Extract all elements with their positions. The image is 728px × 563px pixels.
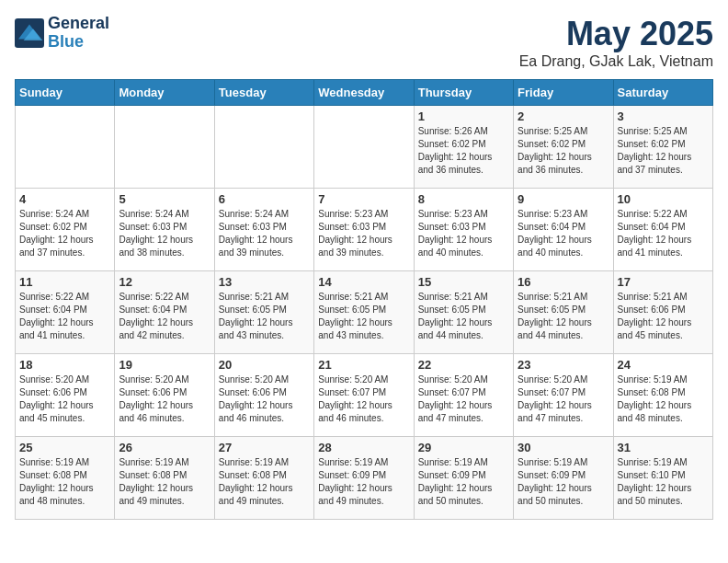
day-number: 4 [19,192,110,206]
day-info: Sunrise: 5:23 AM Sunset: 6:03 PM Dayligh… [418,208,509,259]
day-number: 24 [618,358,709,372]
calendar-cell: 22Sunrise: 5:20 AM Sunset: 6:07 PM Dayli… [414,354,513,437]
day-info: Sunrise: 5:20 AM Sunset: 6:07 PM Dayligh… [418,373,509,425]
day-info: Sunrise: 5:26 AM Sunset: 6:02 PM Dayligh… [418,125,509,177]
logo-line1: General [48,15,109,33]
calendar-cell: 7Sunrise: 5:23 AM Sunset: 6:03 PM Daylig… [314,189,414,271]
day-info: Sunrise: 5:24 AM Sunset: 6:02 PM Dayligh… [19,208,110,259]
calendar-cell: 19Sunrise: 5:20 AM Sunset: 6:06 PM Dayli… [115,354,214,437]
calendar-cell: 16Sunrise: 5:21 AM Sunset: 6:05 PM Dayli… [514,271,613,354]
calendar-cell: 10Sunrise: 5:22 AM Sunset: 6:04 PM Dayli… [613,189,712,271]
calendar-cell: 17Sunrise: 5:21 AM Sunset: 6:06 PM Dayli… [613,271,712,354]
logo: General Blue [15,15,109,52]
day-number: 29 [418,441,509,454]
day-number: 1 [418,109,509,123]
day-info: Sunrise: 5:19 AM Sunset: 6:09 PM Dayligh… [418,456,509,508]
day-info: Sunrise: 5:19 AM Sunset: 6:10 PM Dayligh… [618,456,709,508]
day-number: 17 [618,275,709,289]
calendar-cell: 28Sunrise: 5:19 AM Sunset: 6:09 PM Dayli… [314,437,414,520]
calendar-cell: 25Sunrise: 5:19 AM Sunset: 6:08 PM Dayli… [16,437,115,520]
logo-line2: Blue [48,33,109,52]
title-area: May 2025 Ea Drang, GJak Lak, Vietnam [519,15,713,70]
calendar-cell: 4Sunrise: 5:24 AM Sunset: 6:02 PM Daylig… [16,189,115,271]
calendar-cell: 13Sunrise: 5:21 AM Sunset: 6:05 PM Dayli… [214,271,313,354]
day-number: 11 [19,275,110,289]
day-info: Sunrise: 5:25 AM Sunset: 6:02 PM Dayligh… [618,125,709,177]
day-number: 23 [518,358,609,372]
day-number: 9 [518,192,609,206]
column-header-wednesday: Wednesday [314,80,414,106]
day-info: Sunrise: 5:19 AM Sunset: 6:08 PM Dayligh… [618,373,709,425]
day-info: Sunrise: 5:21 AM Sunset: 6:05 PM Dayligh… [418,291,509,342]
day-info: Sunrise: 5:23 AM Sunset: 6:04 PM Dayligh… [518,208,609,259]
calendar-cell: 21Sunrise: 5:20 AM Sunset: 6:07 PM Dayli… [314,354,414,437]
calendar-cell: 30Sunrise: 5:19 AM Sunset: 6:09 PM Dayli… [514,437,613,520]
day-info: Sunrise: 5:21 AM Sunset: 6:05 PM Dayligh… [219,291,310,342]
week-row-4: 18Sunrise: 5:20 AM Sunset: 6:06 PM Dayli… [16,354,713,437]
day-number: 31 [618,441,709,454]
day-number: 6 [219,192,310,206]
day-number: 27 [219,441,310,454]
column-header-monday: Monday [115,80,214,106]
day-info: Sunrise: 5:23 AM Sunset: 6:03 PM Dayligh… [318,208,409,259]
calendar-cell: 29Sunrise: 5:19 AM Sunset: 6:09 PM Dayli… [414,437,513,520]
column-header-friday: Friday [514,80,613,106]
calendar-cell: 26Sunrise: 5:19 AM Sunset: 6:08 PM Dayli… [115,437,214,520]
subtitle: Ea Drang, GJak Lak, Vietnam [519,53,713,70]
day-info: Sunrise: 5:20 AM Sunset: 6:06 PM Dayligh… [19,373,110,425]
column-header-saturday: Saturday [613,80,712,106]
week-row-2: 4Sunrise: 5:24 AM Sunset: 6:02 PM Daylig… [16,189,713,271]
day-info: Sunrise: 5:22 AM Sunset: 6:04 PM Dayligh… [119,291,210,342]
day-number: 3 [618,109,709,123]
day-info: Sunrise: 5:19 AM Sunset: 6:08 PM Dayligh… [119,456,210,508]
column-header-tuesday: Tuesday [214,80,313,106]
calendar-cell: 3Sunrise: 5:25 AM Sunset: 6:02 PM Daylig… [613,106,712,189]
calendar-cell: 6Sunrise: 5:24 AM Sunset: 6:03 PM Daylig… [214,189,313,271]
day-info: Sunrise: 5:20 AM Sunset: 6:06 PM Dayligh… [219,373,310,425]
day-info: Sunrise: 5:22 AM Sunset: 6:04 PM Dayligh… [618,208,709,259]
calendar-cell: 9Sunrise: 5:23 AM Sunset: 6:04 PM Daylig… [514,189,613,271]
calendar-cell: 18Sunrise: 5:20 AM Sunset: 6:06 PM Dayli… [16,354,115,437]
logo-icon [15,18,44,48]
calendar-cell [214,106,313,189]
column-header-sunday: Sunday [16,80,115,106]
day-number: 30 [518,441,609,454]
day-number: 10 [618,192,709,206]
calendar-cell: 14Sunrise: 5:21 AM Sunset: 6:05 PM Dayli… [314,271,414,354]
calendar-cell: 15Sunrise: 5:21 AM Sunset: 6:05 PM Dayli… [414,271,513,354]
week-row-1: 1Sunrise: 5:26 AM Sunset: 6:02 PM Daylig… [16,106,713,189]
day-number: 16 [518,275,609,289]
calendar-cell: 8Sunrise: 5:23 AM Sunset: 6:03 PM Daylig… [414,189,513,271]
main-title: May 2025 [519,15,713,53]
calendar-cell: 23Sunrise: 5:20 AM Sunset: 6:07 PM Dayli… [514,354,613,437]
day-number: 12 [119,275,210,289]
day-info: Sunrise: 5:22 AM Sunset: 6:04 PM Dayligh… [19,291,110,342]
day-number: 5 [119,192,210,206]
calendar-cell: 5Sunrise: 5:24 AM Sunset: 6:03 PM Daylig… [115,189,214,271]
day-number: 28 [318,441,409,454]
calendar-cell [314,106,414,189]
week-row-5: 25Sunrise: 5:19 AM Sunset: 6:08 PM Dayli… [16,437,713,520]
week-row-3: 11Sunrise: 5:22 AM Sunset: 6:04 PM Dayli… [16,271,713,354]
calendar-header-row: SundayMondayTuesdayWednesdayThursdayFrid… [16,80,713,106]
day-info: Sunrise: 5:21 AM Sunset: 6:05 PM Dayligh… [518,291,609,342]
day-info: Sunrise: 5:20 AM Sunset: 6:06 PM Dayligh… [119,373,210,425]
day-number: 13 [219,275,310,289]
day-number: 21 [318,358,409,372]
day-info: Sunrise: 5:21 AM Sunset: 6:06 PM Dayligh… [618,291,709,342]
calendar-cell [16,106,115,189]
day-info: Sunrise: 5:20 AM Sunset: 6:07 PM Dayligh… [518,373,609,425]
day-info: Sunrise: 5:20 AM Sunset: 6:07 PM Dayligh… [318,373,409,425]
day-number: 20 [219,358,310,372]
calendar-cell [115,106,214,189]
day-info: Sunrise: 5:19 AM Sunset: 6:09 PM Dayligh… [318,456,409,508]
day-number: 14 [318,275,409,289]
calendar-cell: 24Sunrise: 5:19 AM Sunset: 6:08 PM Dayli… [613,354,712,437]
calendar-cell: 27Sunrise: 5:19 AM Sunset: 6:08 PM Dayli… [214,437,313,520]
day-info: Sunrise: 5:19 AM Sunset: 6:09 PM Dayligh… [518,456,609,508]
day-number: 7 [318,192,409,206]
calendar-cell: 11Sunrise: 5:22 AM Sunset: 6:04 PM Dayli… [16,271,115,354]
day-number: 15 [418,275,509,289]
day-info: Sunrise: 5:19 AM Sunset: 6:08 PM Dayligh… [219,456,310,508]
day-number: 2 [518,109,609,123]
